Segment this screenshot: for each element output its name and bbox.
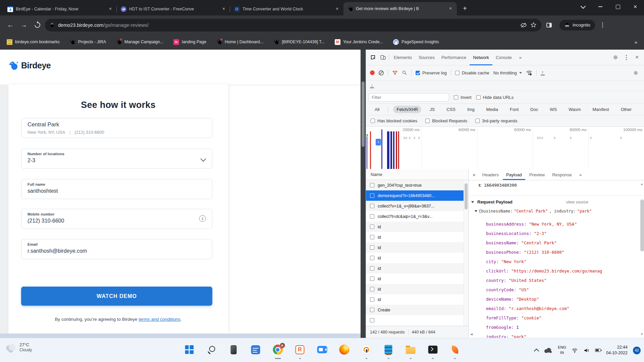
request-checkbox[interactable] <box>370 308 374 312</box>
taskbar-weather-widget[interactable]: 27°C Cloudy <box>5 342 32 353</box>
request-checkbox[interactable] <box>370 277 374 281</box>
invert-toggle[interactable]: Invert <box>454 95 472 100</box>
request-checkbox[interactable] <box>370 193 374 198</box>
search-icon[interactable] <box>402 70 407 75</box>
network-overview-timeline[interactable]: 20000 ms40000 ms60000 ms80000 ms100000 m… <box>366 127 644 170</box>
business-card[interactable]: Central Park New York, NY, USA | (212) 3… <box>21 118 212 138</box>
birdeye-logo[interactable]: Birdeye <box>8 60 51 70</box>
type-filter-css[interactable]: CSS <box>443 106 459 113</box>
tab-close-icon[interactable]: × <box>107 6 113 12</box>
collapse-triangle-icon[interactable] <box>471 201 474 203</box>
network-request-row[interactable]: id <box>366 274 468 284</box>
scroll-down-icon[interactable]: ▼ <box>640 333 643 336</box>
side-panel-button[interactable] <box>543 19 555 31</box>
export-har-icon[interactable]: ↓ <box>370 83 374 88</box>
taskbar-app-folder[interactable] <box>404 340 418 360</box>
forward-button[interactable]: → <box>18 19 30 31</box>
request-checkbox[interactable] <box>370 183 374 187</box>
request-checkbox[interactable] <box>370 256 374 260</box>
language-indicator[interactable]: ENG IN <box>558 345 566 355</box>
request-checkbox[interactable] <box>370 245 374 250</box>
devtools-tab-network[interactable]: Network <box>470 50 492 65</box>
preserve-log-toggle[interactable]: Preserve log <box>416 70 447 75</box>
form-field-email[interactable]: Emailr.santhosh@birdeye.com <box>21 239 212 259</box>
tab-search-button[interactable] <box>574 0 592 13</box>
bookmark-item[interactable]: PageSpeed Insights <box>393 39 439 45</box>
bookmark-item[interactable]: Projects - JIRA <box>70 39 106 45</box>
network-request-row[interactable]: id <box>366 284 468 294</box>
network-filter-input[interactable] <box>369 93 449 102</box>
tab-close-icon[interactable]: × <box>447 6 453 12</box>
taskbar-app-notes[interactable] <box>382 340 395 360</box>
collapse-triangle-icon[interactable] <box>475 210 477 212</box>
minimize-button[interactable] <box>592 0 609 13</box>
privacy-eye-off-icon[interactable] <box>520 22 527 28</box>
type-filter-img[interactable]: Img <box>464 106 478 113</box>
taskbar-app-vpn[interactable] <box>360 340 373 360</box>
network-request-row[interactable]: demorequest?t=1664903480... <box>366 190 468 201</box>
device-toolbar-button[interactable] <box>379 53 387 62</box>
taskbar-app-video[interactable] <box>315 340 329 360</box>
network-settings-button[interactable] <box>631 68 640 77</box>
record-button[interactable] <box>370 70 375 75</box>
disable-cache-toggle[interactable]: Disable cache <box>455 70 489 75</box>
tab-close-icon[interactable]: × <box>334 6 340 12</box>
more-panels-button[interactable]: » <box>517 55 524 60</box>
name-column-header[interactable]: Name <box>371 172 382 177</box>
network-request-row[interactable]: id <box>366 294 468 305</box>
request-checkbox[interactable] <box>370 204 374 208</box>
checkbox[interactable] <box>475 119 480 123</box>
network-request-row[interactable]: id <box>366 232 468 242</box>
devtools-settings-button[interactable] <box>611 53 620 62</box>
import-har-icon[interactable]: ↑ <box>541 70 545 75</box>
request-checkbox[interactable] <box>370 318 374 322</box>
detail-tab-headers[interactable]: Headers <box>479 169 502 180</box>
type-filter-wasm[interactable]: Wasm <box>565 106 584 113</box>
bookmark-item[interactable]: [BIRDEYE-104439] T... <box>273 39 325 45</box>
checkbox[interactable] <box>371 119 375 123</box>
network-table-header[interactable]: Name <box>366 169 468 180</box>
taskbar-app-search[interactable] <box>205 340 218 360</box>
payload-param-row[interactable]: deviceName: "Desktop" <box>486 295 640 304</box>
page-scrollbar[interactable] <box>361 50 366 338</box>
type-filter-other[interactable]: Other <box>618 106 635 113</box>
browser-tab[interactable]: ⇄HDT to IST Converter - FreeConve× <box>117 3 230 15</box>
bookmark-item[interactable]: Home | Dashboard... <box>216 39 263 45</box>
detail-scrollbar-thumb[interactable] <box>640 199 644 251</box>
type-filter-js[interactable]: JS <box>426 106 438 113</box>
request-payload-section-header[interactable]: Request Payload view source <box>471 199 588 204</box>
form-field-number-of-locations[interactable]: Number of locations2-3 <box>21 148 212 169</box>
taskbar-app-feather[interactable] <box>448 340 462 360</box>
address-bar[interactable]: demo23.birdeye.com/go/manage-reviews/ <box>45 19 541 32</box>
info-icon[interactable]: i <box>199 215 206 222</box>
clock-widget[interactable]: 22:44 04-10-2022 <box>606 345 628 356</box>
taskbar-app-calendar[interactable] <box>249 340 263 360</box>
field-value[interactable]: r.santhosh@birdeye.com <box>28 248 206 254</box>
bookmark-star-icon[interactable] <box>530 22 537 28</box>
bookmark-item[interactable]: Manage Campaign... <box>116 39 163 45</box>
speaker-icon[interactable] <box>583 347 590 354</box>
taskbar-app-firefox[interactable] <box>337 340 351 360</box>
onedrive-cloud-icon[interactable] <box>544 348 552 353</box>
checkbox[interactable] <box>476 95 481 100</box>
watch-demo-button[interactable]: WATCH DEMO <box>21 287 212 306</box>
form-field-full-name[interactable]: Full namesanthoshtest <box>21 179 212 199</box>
payload-param-row[interactable]: formFillType: "cookie" <box>486 313 640 323</box>
scrollbar-thumb[interactable] <box>362 81 365 147</box>
payload-param-row[interactable]: emailId: "r.santhosh@birdeye.com" <box>486 304 640 313</box>
filter-icon[interactable] <box>392 70 398 76</box>
request-checkbox[interactable] <box>370 266 374 270</box>
devtools-tab-sources[interactable]: Sources <box>415 50 438 65</box>
notification-count-badge[interactable]: 42 <box>633 347 641 354</box>
form-field-mobile-number[interactable]: Mobile number(212) 310-6600i <box>21 209 212 229</box>
throttling-select[interactable]: No throttling <box>493 70 522 75</box>
network-request-row[interactable]: gen_204?csp_test=true <box>366 180 468 190</box>
checkbox[interactable] <box>455 71 460 75</box>
field-value[interactable]: santhoshtest <box>28 188 206 194</box>
battery-icon[interactable] <box>595 349 601 352</box>
type-filter-media[interactable]: Media <box>483 106 501 113</box>
scroll-left-icon[interactable]: ◀ <box>470 333 473 336</box>
bookmark-item[interactable]: birdeye.com bookmarks <box>7 39 60 45</box>
payload-param-row[interactable]: clickUrl: "https://demo23.birdeye.com/go… <box>486 266 640 276</box>
devtools-close-button[interactable]: × <box>633 53 641 62</box>
